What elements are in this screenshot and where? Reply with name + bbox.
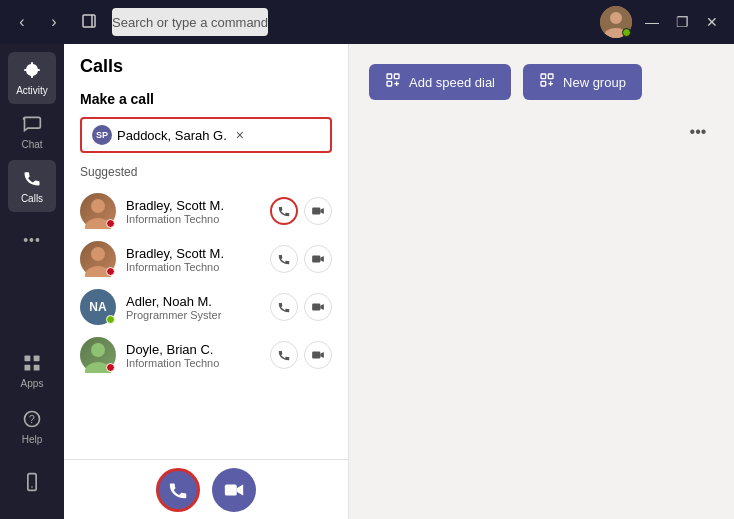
call-search-input[interactable]: SP Paddock, Sarah G. × [80,117,332,153]
svg-rect-24 [394,74,399,79]
sidebar-item-calls[interactable]: Calls [8,160,56,212]
contact-item[interactable]: Doyle, Brian C. Information Techno [80,331,332,379]
contact-dept: Information Techno [126,261,260,273]
close-button[interactable]: ✕ [698,8,726,36]
back-button[interactable]: ‹ [8,8,36,36]
calls-label: Calls [21,194,43,204]
contact-avatar [80,241,116,277]
contact-actions [270,245,332,273]
svg-rect-28 [541,74,546,79]
search-bar[interactable]: Search or type a command [112,8,268,36]
svg-rect-30 [541,81,546,86]
svg-rect-18 [312,304,320,311]
contact-actions [270,341,332,369]
window-controls: — ❐ ✕ [638,8,726,36]
maximize-button[interactable]: ❐ [668,8,696,36]
main-layout: Activity Chat Calls ••• [0,44,734,519]
status-dot [106,363,115,372]
make-call-section: Make a call SP Paddock, Sarah G. × [64,83,348,165]
audio-call-icon[interactable] [270,341,298,369]
suggested-label: Suggested [80,165,332,179]
contact-name: Adler, Noah M. [126,294,260,309]
activity-label: Activity [16,86,48,96]
sidebar-item-more[interactable]: ••• [8,214,56,266]
svg-rect-21 [312,352,320,359]
add-speed-dial-icon [385,72,401,92]
contact-actions [270,197,332,225]
video-call-button[interactable] [212,468,256,512]
chip-name: Paddock, Sarah G. [117,128,227,143]
audio-call-icon[interactable] [270,197,298,225]
sidebar: Activity Chat Calls ••• [0,44,64,519]
chip-close-button[interactable]: × [236,128,244,142]
svg-rect-7 [34,365,40,371]
user-avatar[interactable] [600,6,632,38]
video-call-icon[interactable] [304,197,332,225]
status-dot [106,315,115,324]
svg-text:?: ? [29,413,35,425]
sidebar-bottom: Apps ? Help [8,345,56,511]
sidebar-item-mobile[interactable] [8,457,56,509]
minimize-button[interactable]: — [638,8,666,36]
svg-rect-10 [28,474,36,491]
contact-info: Adler, Noah M. Programmer Syster [126,294,260,321]
forward-button[interactable]: › [40,8,68,36]
sidebar-item-apps[interactable]: Apps [8,345,56,397]
help-icon: ? [22,409,42,432]
audio-call-icon[interactable] [270,245,298,273]
contact-name: Doyle, Brian C. [126,342,260,357]
svg-rect-23 [387,74,392,79]
right-panel-actions: Add speed dial New group [369,64,714,100]
help-label: Help [22,435,43,445]
contact-chip: SP Paddock, Sarah G. × [92,125,244,145]
compose-button[interactable] [76,8,104,36]
title-bar-right: — ❐ ✕ [600,6,726,38]
make-call-title: Make a call [80,91,332,107]
new-group-label: New group [563,75,626,90]
audio-call-icon[interactable] [270,293,298,321]
contact-item[interactable]: NA Adler, Noah M. Programmer Syster [80,283,332,331]
chat-icon [22,114,42,137]
add-speed-dial-label: Add speed dial [409,75,495,90]
contact-actions [270,293,332,321]
svg-rect-17 [312,256,320,263]
audio-call-button[interactable] [156,468,200,512]
svg-rect-5 [34,356,40,362]
video-call-icon[interactable] [304,245,332,273]
contact-name: Bradley, Scott M. [126,198,260,213]
contact-list: Bradley, Scott M. Information Techno [80,187,332,379]
add-speed-dial-button[interactable]: Add speed dial [369,64,511,100]
contact-info: Bradley, Scott M. Information Techno [126,246,260,273]
chat-label: Chat [21,140,42,150]
video-call-icon[interactable] [304,293,332,321]
activity-icon [22,60,42,83]
sidebar-item-help[interactable]: ? Help [8,401,56,453]
svg-point-15 [91,247,105,261]
svg-point-11 [31,486,33,488]
svg-point-2 [610,12,622,24]
contact-info: Doyle, Brian C. Information Techno [126,342,260,369]
new-group-icon [539,72,555,92]
video-call-icon[interactable] [304,341,332,369]
nav-controls: ‹ › [8,8,68,36]
contact-dept: Programmer Syster [126,309,260,321]
suggested-section: Suggested Bradley, Scott M. Information … [64,165,348,459]
title-bar: ‹ › Search or type a command — [0,0,734,44]
new-group-button[interactable]: New group [523,64,642,100]
sidebar-item-activity[interactable]: Activity [8,52,56,104]
svg-rect-14 [312,208,320,215]
title-bar-left: ‹ › Search or type a command [8,8,268,36]
contact-item[interactable]: Bradley, Scott M. Information Techno [80,235,332,283]
avatar-status-dot [622,28,631,37]
svg-point-12 [91,199,105,213]
contact-dept: Information Techno [126,357,260,369]
contact-info: Bradley, Scott M. Information Techno [126,198,260,225]
apps-label: Apps [21,379,44,389]
sidebar-item-chat[interactable]: Chat [8,106,56,158]
more-options-button[interactable]: ••• [682,116,714,148]
contact-item[interactable]: Bradley, Scott M. Information Techno [80,187,332,235]
svg-point-19 [91,343,105,357]
contact-name: Bradley, Scott M. [126,246,260,261]
contact-avatar [80,337,116,373]
status-dot [106,267,115,276]
